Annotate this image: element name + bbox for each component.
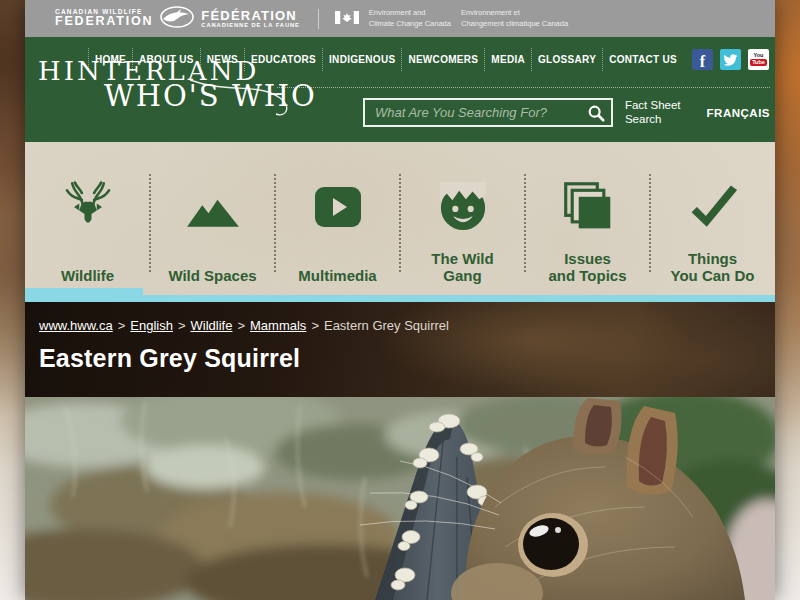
breadcrumb-home[interactable]: www.hww.ca <box>39 318 113 333</box>
social-links: f You Tube <box>692 49 769 70</box>
nav-glossary[interactable]: GLOSSARY <box>531 48 602 71</box>
cwf-logo[interactable]: CANADIAN WILDLIFE FEDERATION FÉDÉRATION … <box>55 5 300 33</box>
section-label-wild-gang: The Wild Gang <box>400 251 525 285</box>
eccc-name-fr: Environnement et Changement climatique C… <box>461 8 568 28</box>
content-column: CANADIAN WILDLIFE FEDERATION FÉDÉRATION … <box>25 0 775 600</box>
nav-news[interactable]: NEWS <box>200 48 244 71</box>
hero-image <box>25 397 775 600</box>
breadcrumb-separator: > <box>118 318 126 333</box>
section-nav: Wildlife Wild Spaces <box>25 142 775 302</box>
cyan-bottom-bar <box>25 295 775 302</box>
site-header: HINTERLAND WHO'S WHO HOME ABOUT US NEWS … <box>25 37 775 142</box>
cwf-name-en-bottom: FEDERATION <box>55 15 153 28</box>
header-dotted-separator <box>277 87 770 88</box>
stacked-pages-icon <box>525 178 650 236</box>
language-toggle[interactable]: FRANÇAIS <box>707 107 770 119</box>
fact-sheet-search-link[interactable]: Fact Sheet Search <box>625 99 681 127</box>
wild-gang-face-icon <box>400 178 525 236</box>
section-label-wild-spaces: Wild Spaces <box>150 268 275 285</box>
section-tab-things-you-can-do[interactable]: Things You Can Do <box>650 142 775 302</box>
breadcrumb-wildlife[interactable]: Wildlife <box>191 318 233 333</box>
breadcrumb-mammals[interactable]: Mammals <box>250 318 306 333</box>
search-row: Fact Sheet Search FRANÇAIS <box>363 98 770 127</box>
breadcrumb: www.hww.ca>English>Wildlife>Mammals>East… <box>39 318 449 333</box>
play-icon <box>275 178 400 236</box>
nav-indigenous[interactable]: INDIGENOUS <box>322 48 401 71</box>
search-input[interactable] <box>375 105 587 120</box>
nav-about-us[interactable]: ABOUT US <box>132 48 200 71</box>
search-box <box>363 98 613 127</box>
section-label-things-you-can-do: Things You Can Do <box>650 251 775 285</box>
nav-contact-us[interactable]: CONTACT US <box>602 48 683 71</box>
section-tab-wildlife[interactable]: Wildlife <box>25 142 150 302</box>
breadcrumb-current: Eastern Grey Squirrel <box>324 318 449 333</box>
search-icon[interactable] <box>587 104 605 122</box>
nav-newcomers[interactable]: NEWCOMERS <box>401 48 484 71</box>
goose-swoosh-icon <box>159 5 195 33</box>
nav-home[interactable]: HOME <box>88 48 132 71</box>
section-tab-issues-topics[interactable]: Issues and Topics <box>525 142 650 302</box>
title-band: www.hww.ca>English>Wildlife>Mammals>East… <box>25 302 775 397</box>
mountains-icon <box>150 178 275 236</box>
section-label-issues-topics: Issues and Topics <box>525 251 650 285</box>
eccc-name-en: Environment and Climate Change Canada <box>369 8 451 28</box>
cwf-name-fr-bottom: CANADIENNE DE LA FAUNE <box>201 22 300 28</box>
deer-icon <box>25 178 150 236</box>
canada-flag-icon <box>335 10 359 28</box>
divider <box>318 9 319 29</box>
breadcrumb-separator: > <box>237 318 245 333</box>
page-background: CANADIAN WILDLIFE FEDERATION FÉDÉRATION … <box>0 0 800 600</box>
facebook-icon[interactable]: f <box>692 49 713 70</box>
nav-educators[interactable]: EDUCATORS <box>244 48 322 71</box>
section-tab-wild-gang[interactable]: The Wild Gang <box>400 142 525 302</box>
partner-logo-bar: CANADIAN WILDLIFE FEDERATION FÉDÉRATION … <box>25 0 775 37</box>
section-label-multimedia: Multimedia <box>275 268 400 285</box>
main-nav: HOME ABOUT US NEWS EDUCATORS INDIGENOUS … <box>88 48 683 71</box>
twitter-icon[interactable] <box>720 49 741 70</box>
section-tab-wild-spaces[interactable]: Wild Spaces <box>150 142 275 302</box>
breadcrumb-english[interactable]: English <box>130 318 173 333</box>
eccc-logo[interactable]: Environment and Climate Change Canada En… <box>335 8 568 28</box>
top-nav-row: HOME ABOUT US NEWS EDUCATORS INDIGENOUS … <box>280 48 769 71</box>
youtube-icon[interactable]: You Tube <box>748 49 769 70</box>
checkmark-icon <box>650 178 775 236</box>
breadcrumb-separator: > <box>311 318 319 333</box>
page-title: Eastern Grey Squirrel <box>39 344 300 373</box>
nav-media[interactable]: MEDIA <box>484 48 531 71</box>
section-label-wildlife: Wildlife <box>25 268 150 285</box>
cwf-name-fr-top: FÉDÉRATION <box>201 9 300 23</box>
breadcrumb-separator: > <box>178 318 186 333</box>
section-tab-multimedia[interactable]: Multimedia <box>275 142 400 302</box>
